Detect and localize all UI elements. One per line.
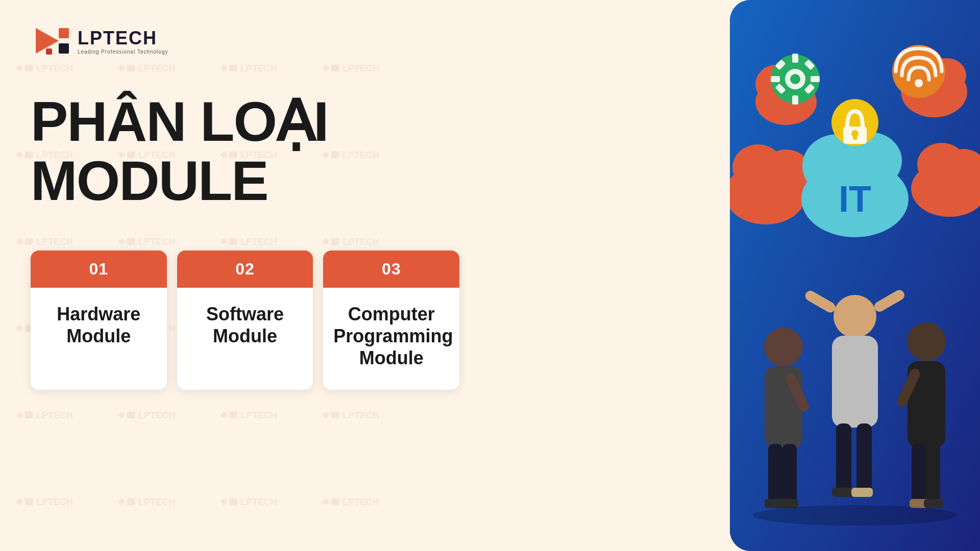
logo-area: LPTECH Leading Professional Technology: [31, 20, 459, 61]
svg-text:IT: IT: [839, 179, 871, 219]
logo-main-text: LPTECH: [78, 28, 168, 49]
svg-rect-60: [853, 134, 857, 140]
title-line1: PHÂN LOẠI: [31, 92, 459, 151]
lptech-logo-icon: [31, 20, 71, 61]
right-panel: IT: [730, 0, 980, 551]
svg-rect-51: [771, 76, 780, 82]
left-panel: LPTECH Leading Professional Technology P…: [0, 0, 490, 551]
hardware-module-card: 01 Hardware Module: [31, 251, 167, 390]
svg-point-62: [915, 79, 923, 87]
card-1-body: Hardware Module: [31, 288, 167, 367]
svg-rect-52: [811, 76, 820, 82]
main-title: PHÂN LOẠI MODULE: [31, 92, 459, 210]
svg-point-48: [790, 74, 800, 84]
svg-point-63: [764, 328, 803, 366]
card-2-header: 02: [177, 251, 313, 288]
svg-rect-66: [768, 444, 782, 505]
title-line2: MODULE: [31, 151, 459, 210]
card-1-header: 01: [31, 251, 167, 288]
svg-point-70: [834, 295, 876, 338]
cards-row: 01 Hardware Module 02 Software Module 03: [31, 251, 459, 390]
software-module-card: 02 Software Module: [177, 251, 313, 390]
logo-sub-text: Leading Professional Technology: [78, 49, 168, 55]
card-2-title: Software Module: [187, 303, 303, 347]
logo-text-area: LPTECH Leading Professional Technology: [78, 28, 168, 55]
svg-point-78: [907, 322, 946, 361]
card-2-body: Software Module: [177, 288, 313, 367]
svg-point-85: [753, 505, 957, 525]
svg-rect-49: [792, 54, 798, 63]
svg-point-61: [892, 45, 945, 98]
card-3-title: Computer Programming Module: [333, 303, 449, 369]
svg-rect-84: [924, 499, 943, 508]
svg-rect-69: [779, 499, 798, 508]
svg-rect-82: [926, 444, 940, 505]
svg-rect-74: [836, 423, 851, 495]
svg-rect-26: [59, 28, 69, 38]
svg-rect-67: [782, 444, 797, 505]
card-3-body: Computer Programming Module: [323, 288, 459, 390]
svg-rect-75: [856, 423, 872, 495]
card-3-header: 03: [323, 251, 459, 288]
svg-rect-77: [851, 488, 873, 497]
svg-rect-28: [46, 48, 52, 55]
svg-rect-50: [792, 95, 798, 105]
card-1-title: Hardware Module: [41, 303, 157, 347]
computer-programming-module-card: 03 Computer Programming Module: [323, 251, 459, 390]
it-illustration: IT: [730, 0, 980, 551]
svg-rect-64: [765, 366, 802, 448]
right-panel-inner: IT: [730, 0, 980, 551]
svg-rect-76: [832, 488, 853, 497]
svg-rect-71: [832, 336, 878, 428]
svg-rect-81: [912, 444, 926, 505]
svg-rect-27: [59, 43, 69, 54]
